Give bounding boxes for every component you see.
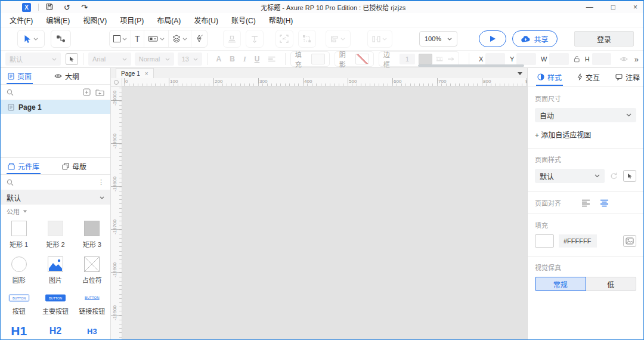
underline-button: U xyxy=(255,55,260,63)
preview-button[interactable] xyxy=(479,30,506,47)
rectangle-tool-button[interactable] xyxy=(110,30,131,47)
widget-h2[interactable]: H2 二级标题 xyxy=(37,322,73,339)
text-icon: T xyxy=(135,35,140,43)
menu-view[interactable]: 视图(V) xyxy=(76,15,113,25)
kebab-menu-icon[interactable]: ⋮ xyxy=(98,178,104,186)
menu-publish[interactable]: 发布(U) xyxy=(187,15,225,25)
align-left-icon[interactable] xyxy=(581,199,590,207)
section-common[interactable]: 公用 xyxy=(1,205,110,218)
stylebar-scrollbar[interactable] xyxy=(418,64,524,67)
menu-account[interactable]: 账号(C) xyxy=(225,15,262,25)
page-tree-item-page1[interactable]: Page 1 xyxy=(1,100,110,114)
v-ruler-label: -19900 xyxy=(112,134,117,149)
tab-notes[interactable]: 注释 xyxy=(614,68,641,86)
canvas-area: Page 1 × 0 100 200 300 400 500 600 700 xyxy=(111,68,527,339)
h2-icon: H2 xyxy=(49,326,61,336)
pen-tool-button[interactable] xyxy=(191,30,207,47)
image-icon xyxy=(48,256,63,272)
chevron-down-icon xyxy=(340,38,345,41)
fill-image-button[interactable] xyxy=(623,235,636,247)
widget-rectangle2[interactable]: 矩形 2 xyxy=(37,219,73,255)
redo-icon[interactable]: ↷ xyxy=(81,4,88,11)
page-style-row: 默认 xyxy=(535,169,636,183)
tab-list-dropdown-icon[interactable] xyxy=(518,72,522,75)
fill-hex-input[interactable]: #FFFFFF xyxy=(559,234,597,248)
login-button[interactable]: 登录 xyxy=(574,31,634,47)
rectangle3-icon xyxy=(84,221,100,236)
minimize-button[interactable]: — xyxy=(586,4,593,11)
widget-rectangle3[interactable]: 矩形 3 xyxy=(74,219,110,255)
chevron-down-icon xyxy=(52,58,57,61)
convert-text-icon xyxy=(250,35,259,43)
widget-primary-button[interactable]: BUTTON 主要按钮 xyxy=(37,290,73,322)
widget-circle[interactable]: 圆形 xyxy=(1,255,37,290)
form-widget-button[interactable] xyxy=(144,30,169,47)
add-adaptive-view-link[interactable]: + 添加自适应视图 xyxy=(535,129,636,140)
tab-pages[interactable]: 页面 xyxy=(7,68,33,84)
page-fill-swatch[interactable] xyxy=(535,234,554,248)
share-button[interactable]: 共享 xyxy=(512,30,558,47)
text-tool-button[interactable]: T xyxy=(131,30,144,47)
h-label: H xyxy=(585,55,590,63)
tab-outline[interactable]: 大纲 xyxy=(53,68,80,84)
chevron-down-icon xyxy=(595,174,600,178)
zoom-dropdown[interactable]: 100% xyxy=(419,31,457,47)
search-icon[interactable] xyxy=(7,179,14,186)
page-style-dropdown[interactable]: 默认 xyxy=(535,169,605,183)
widget-h1[interactable]: H1 一级标题 xyxy=(1,322,37,339)
undo-icon[interactable]: ↺ xyxy=(64,4,70,11)
shadow-group: 阴影 xyxy=(335,51,374,67)
chevron-down-icon xyxy=(33,38,38,41)
h-ruler-label: 800 xyxy=(483,79,491,84)
tab-interactions[interactable]: 交互 xyxy=(576,68,601,86)
fidelity-low-option[interactable]: 低 xyxy=(586,277,637,291)
edit-page-style-button[interactable] xyxy=(623,170,636,182)
widget-link-button[interactable]: BUTTON 链接按钮 xyxy=(74,290,110,322)
widget-rectangle1[interactable]: 矩形 1 xyxy=(1,219,37,255)
menu-edit[interactable]: 编辑(E) xyxy=(39,15,76,25)
layers-widget-button[interactable] xyxy=(169,30,191,47)
tab-style[interactable]: 样式 xyxy=(536,68,563,86)
placeholder-icon xyxy=(84,256,100,272)
menu-help[interactable]: 帮助(H) xyxy=(262,15,300,25)
menu-project[interactable]: 项目(P) xyxy=(113,15,150,25)
page-size-dropdown[interactable]: 自动 xyxy=(535,108,636,122)
canvas-surface[interactable] xyxy=(122,86,527,339)
library-select-dropdown[interactable]: 默认 xyxy=(1,190,110,205)
tab-close-icon[interactable]: × xyxy=(145,70,148,77)
stylebar-more-button[interactable]: » xyxy=(634,55,639,64)
widget-placeholder[interactable]: 占位符 xyxy=(74,255,110,290)
main-content: 页面 大纲 Page 1 xyxy=(1,68,643,339)
search-icon[interactable] xyxy=(7,89,14,96)
menu-file[interactable]: 文件(F) xyxy=(3,15,39,25)
ruler-corner[interactable] xyxy=(111,78,122,86)
fidelity-normal-option[interactable]: 常规 xyxy=(535,277,586,291)
add-folder-icon[interactable] xyxy=(95,89,104,96)
save-icon[interactable] xyxy=(46,3,53,11)
tab-masters[interactable]: 母版 xyxy=(61,158,88,174)
menu-layout[interactable]: 布局(A) xyxy=(150,15,187,25)
v-ruler-label: -19700 xyxy=(112,220,117,234)
align-icon xyxy=(330,35,339,43)
style-picker-button[interactable] xyxy=(66,53,78,65)
divider xyxy=(528,191,643,192)
tab-widget-library[interactable]: 元件库 xyxy=(7,158,41,174)
connector-tool-button[interactable] xyxy=(51,30,71,48)
h-ruler-label: 400 xyxy=(304,79,312,84)
widget-h3[interactable]: H3 三级标题 xyxy=(74,322,110,339)
widget-image[interactable]: 图片 xyxy=(37,255,73,290)
select-tool-button[interactable] xyxy=(17,30,45,48)
add-page-icon[interactable] xyxy=(83,88,91,96)
maximize-button[interactable]: □ xyxy=(611,4,615,11)
widget-label: 按钮 xyxy=(13,306,26,316)
menubar: 文件(F) 编辑(E) 视图(V) 项目(P) 布局(A) 发布(U) 账号(C… xyxy=(1,13,643,27)
align-center-icon[interactable] xyxy=(600,199,609,207)
stylebar-separator xyxy=(207,53,208,65)
tab-library-label: 元件库 xyxy=(18,161,39,171)
canvas-body: -20000 -19900 -19800 -19700 -19600 -1950… xyxy=(111,86,527,339)
widget-button[interactable]: BUTTON 按钮 xyxy=(1,290,37,322)
canvas-tab-page1[interactable]: Page 1 × xyxy=(116,68,154,78)
page-align-label: 页面对齐 xyxy=(535,198,561,208)
font-size-value: 13 xyxy=(182,55,189,63)
close-button[interactable]: × xyxy=(633,4,637,11)
